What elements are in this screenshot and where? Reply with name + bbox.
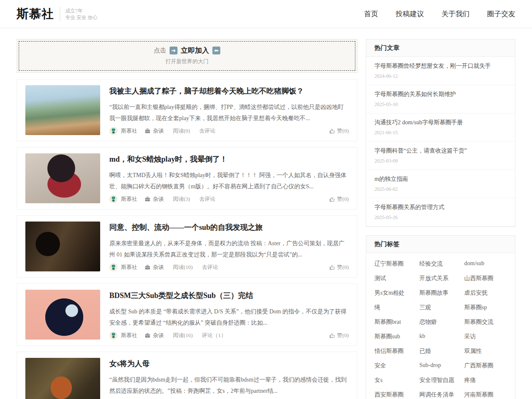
tag-link[interactable]: kb (419, 333, 464, 340)
site-header: 斯慕社 成立7年 专业 安全 放心 首页 投稿建议 关于我们 圈子交友 (0, 0, 532, 28)
tag-link[interactable]: 安全 (374, 362, 419, 369)
tag-link[interactable]: 安全理智自愿 (419, 377, 464, 384)
like-button[interactable]: 赞(0) (329, 264, 349, 271)
like-button[interactable]: 赞(0) (329, 127, 349, 135)
hot-article-title[interactable]: 字母圈科普“公主，请查收这篇干货” (374, 147, 507, 155)
article-title[interactable]: md，和女S蜡烛play时，我晕倒了！ (109, 154, 349, 164)
tag-grid: 辽宁斯慕圈 经验交流 dom/sub 测试 开放式关系 山西斯慕圈 男s女m相处… (366, 253, 515, 399)
tag-link[interactable]: 网调任务清单 (419, 391, 464, 399)
article-excerpt: 啊喂，太TMD丢人啦！和女S蜡烛play时，我晕倒了！！！ 阿强，一个人如其名，… (109, 170, 349, 192)
hot-article-date: 2025-05-26 (374, 214, 507, 221)
category-icon (145, 128, 150, 134)
tag-link[interactable]: 经验交流 (419, 260, 464, 268)
article-thumbnail[interactable] (25, 290, 100, 340)
article-thumbnail[interactable] (25, 358, 100, 399)
article-list: 我被主人捆成了粽子，脑子却想着今天晚上吃不吃猪脚饭？ “我以前一直和主银都pla… (17, 79, 357, 399)
article-thumbnail[interactable] (25, 85, 100, 135)
article-title[interactable]: 女s将为人母 (109, 359, 349, 369)
hot-article-title[interactable]: 字母斯慕圈曾经梦想掰女友，刚一开口就失手 (374, 62, 507, 70)
tag-link[interactable]: 斯慕圈交流 (464, 318, 509, 326)
alien-avatar-icon (109, 331, 118, 340)
hot-article-date: 2025-05-10 (374, 101, 507, 108)
category-link[interactable]: 杂谈 (153, 195, 164, 203)
like-button[interactable]: 赞(0) (329, 332, 349, 339)
tag-link[interactable]: 男s女m相处 (374, 289, 419, 297)
join-banner[interactable]: 点击 ➜ 立即加入 ⬅ 打开新世界的大门 (17, 39, 357, 73)
tag-link[interactable]: dom/sub (464, 260, 509, 268)
tag-link[interactable]: 疼痛 (464, 377, 509, 384)
tag-link[interactable]: 斯慕圈sub (374, 333, 419, 340)
tag-link[interactable]: 斯慕圈故事 (419, 289, 464, 297)
hot-article-item[interactable]: 字母斯慕圈曾经梦想掰女友，刚一开口就失手 2024-06-12 (366, 57, 515, 85)
tag-link[interactable]: 广西斯慕圈 (464, 362, 509, 369)
hot-article-item[interactable]: 沟通技巧2 dom/sub字母斯慕圈手册 2021-06-15 (366, 113, 515, 142)
tag-link[interactable]: 绳 (374, 304, 419, 311)
category-link[interactable]: 杂谈 (153, 332, 164, 339)
category-link[interactable]: 杂谈 (153, 264, 164, 271)
hot-article-item[interactable]: m的独立指南 2025-06-02 (366, 170, 515, 198)
hot-articles-title: 热门文章 (366, 39, 515, 57)
tag-link[interactable]: 恋物癖 (419, 318, 464, 326)
article-title[interactable]: 我被主人捆成了粽子，脑子却想着今天晚上吃不吃猪脚饭？ (109, 86, 349, 96)
alien-avatar-icon (109, 263, 118, 271)
tag-link[interactable]: 虐后安抚 (464, 289, 509, 297)
join-now-link[interactable]: 立即加入 (181, 46, 209, 55)
comments-link[interactable]: 去评论 (199, 195, 215, 203)
article-thumbnail[interactable] (25, 153, 100, 203)
author-name[interactable]: 斯慕社 (121, 264, 137, 271)
hot-article-title[interactable]: m的独立指南 (374, 175, 507, 183)
comments-link[interactable]: 去评论 (199, 127, 215, 135)
article-title[interactable]: 同意、控制、流动——一个sub的自我发现之旅 (109, 222, 349, 232)
tag-link[interactable]: 河南斯慕圈 (464, 391, 509, 399)
nav-item[interactable]: 投稿建议 (396, 9, 424, 19)
hot-article-item[interactable]: 字母斯慕圈的关系如何长期维护 2025-05-10 (366, 85, 515, 113)
tag-link[interactable]: 斯慕圈sp (464, 304, 509, 311)
nav-item[interactable]: 圈子交友 (487, 9, 515, 19)
author-name[interactable]: 斯慕社 (121, 195, 137, 203)
thumbs-up-icon (329, 264, 335, 271)
article-title[interactable]: BDSM三大Sub类型之成长型Sub（三）完结 (109, 291, 349, 300)
article-meta: 斯慕社 杂谈 阅读(3) 去评论 (109, 195, 349, 203)
hot-article-title[interactable]: 字母斯慕圈关系的管理方式 (374, 203, 507, 212)
category-link[interactable]: 杂谈 (153, 127, 164, 135)
hot-article-item[interactable]: 字母圈科普“公主，请查收这篇干货” 2025-03-09 (366, 142, 515, 170)
nav-item[interactable]: 首页 (364, 9, 378, 19)
tag-link[interactable]: 已婚 (419, 347, 464, 355)
comments-link[interactable]: 评论（1） (202, 332, 227, 339)
tag-link[interactable]: Sub-drop (419, 362, 464, 369)
tag-link[interactable]: 测试 (374, 275, 419, 282)
tag-link[interactable]: 山西斯慕圈 (464, 275, 509, 282)
tag-link[interactable]: 开放式关系 (419, 275, 464, 282)
read-count: 阅读(16) (173, 332, 193, 339)
author-name[interactable]: 斯慕社 (121, 332, 137, 339)
comments-link[interactable]: 去评论 (202, 264, 218, 271)
hot-article-title[interactable]: 沟通技巧2 dom/sub字母斯慕圈手册 (374, 118, 507, 127)
tag-link[interactable]: 斯慕圈brat (374, 318, 419, 326)
alien-avatar-icon (109, 127, 118, 135)
tag-link[interactable]: 情侣斯慕圈 (374, 347, 419, 355)
article-thumbnail[interactable] (25, 222, 100, 271)
tag-link[interactable]: 辽宁斯慕圈 (374, 260, 419, 268)
author-name[interactable]: 斯慕社 (121, 127, 137, 135)
like-count: 赞(0) (337, 332, 349, 339)
article-excerpt: 成长型 Sub 的本质是 “带着成长需求进入 D/S 关系”，他们接受 Dom … (109, 306, 349, 328)
thumbs-up-icon (329, 332, 335, 339)
nav-item[interactable]: 关于我们 (441, 9, 470, 19)
site-logo[interactable]: 斯慕社 (17, 6, 54, 22)
article-card: 同意、控制、流动——一个sub的自我发现之旅 原来亲密里最迷人的，从来不是身体，… (17, 215, 357, 278)
hot-article-item[interactable]: 字母斯慕圈关系的管理方式 2025-05-26 (366, 198, 515, 227)
like-button[interactable]: 赞(0) (329, 195, 349, 203)
tag-link[interactable]: 采访 (464, 333, 509, 340)
category-icon (145, 196, 150, 202)
author-avatar (109, 127, 118, 135)
article-meta: 斯慕社 杂谈 阅读(10) 去评论 (109, 263, 349, 271)
tag-link[interactable]: 双属性 (464, 347, 509, 355)
main-nav: 首页 投稿建议 关于我们 圈子交友 (364, 9, 515, 19)
tag-link[interactable]: 三观 (419, 304, 464, 311)
hot-article-title[interactable]: 字母斯慕圈的关系如何长期维护 (374, 90, 507, 99)
tag-link[interactable]: 女s (374, 377, 419, 384)
hot-article-date: 2021-06-15 (374, 130, 507, 136)
brand: 斯慕社 成立7年 专业 安全 放心 (17, 6, 98, 22)
thumbs-up-icon (329, 128, 335, 134)
tag-link[interactable]: 西安斯慕圈 (374, 391, 419, 399)
